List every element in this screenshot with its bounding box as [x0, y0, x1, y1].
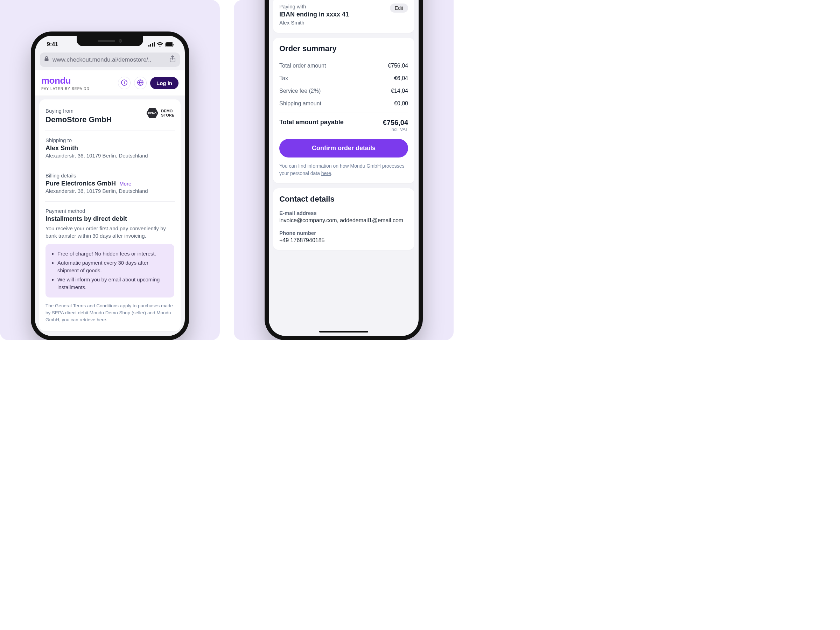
status-icons: [148, 43, 174, 47]
cellular-icon: [148, 43, 155, 47]
contact-details-card: Contact details E-mail address invoice@c…: [273, 188, 414, 250]
merchant-badge: DEMO DEMO STORE: [146, 108, 174, 118]
svg-point-10: [124, 81, 125, 82]
payment-terms: The General Terms and Conditions apply t…: [46, 302, 174, 324]
payment-desc: You receive your order first and pay con…: [46, 225, 174, 240]
svg-rect-5: [166, 43, 172, 46]
payment-title: Installments by direct debit: [46, 215, 174, 223]
svg-rect-2: [152, 43, 153, 47]
order-total: Total amount payable €756,04 incl. VAT: [279, 114, 408, 132]
svg-rect-7: [45, 58, 49, 62]
lock-icon: [44, 56, 49, 63]
wifi-icon: [157, 43, 163, 47]
battery-icon: [165, 43, 174, 47]
info-button[interactable]: [118, 77, 131, 89]
order-line-label: Tax: [279, 75, 288, 82]
shipping-label: Shipping to: [46, 137, 174, 143]
payment-label: Payment method: [46, 208, 174, 214]
privacy-policy-text: You can find information on how Mondu Gm…: [279, 163, 408, 177]
order-summary-title: Order summary: [279, 44, 408, 53]
merchant-badge-icon: DEMO: [146, 108, 158, 118]
share-icon[interactable]: [169, 55, 176, 64]
payment-bullet: We will inform you by email about upcomi…: [57, 276, 169, 292]
billing-more-link[interactable]: More: [119, 181, 131, 186]
shipping-section: Shipping to Alex Smith Alexanderstr. 36,…: [45, 131, 175, 166]
order-line-value: €14,04: [391, 88, 408, 94]
brand-logo: mondu: [41, 75, 90, 86]
order-line: Tax €6,04: [279, 72, 408, 85]
order-total-label: Total amount payable: [279, 118, 344, 126]
order-line-label: Total order amount: [279, 63, 326, 69]
billing-label: Billing details: [46, 172, 174, 178]
contact-email-label: E-mail address: [279, 210, 408, 216]
order-line-value: €0,00: [394, 101, 408, 107]
svg-rect-1: [150, 44, 151, 47]
checkout-card: Buying from DemoStore GmbH DEMO DEMO STO…: [39, 99, 181, 331]
merchant-name: DemoStore GmbH: [46, 115, 112, 124]
contact-phone-value: +49 17687940185: [279, 237, 408, 243]
merchant-badge-line1: DEMO: [161, 109, 174, 113]
language-button[interactable]: [134, 77, 147, 89]
order-line: Total order amount €756,04: [279, 60, 408, 72]
payment-section: Payment method Installments by direct de…: [45, 201, 175, 330]
info-icon: [121, 79, 127, 87]
login-button[interactable]: Log in: [150, 77, 178, 89]
browser-url: www.checkout.mondu.ai/demostore/..: [52, 56, 166, 63]
contact-email-value: invoice@company.com, addedemail1@email.c…: [279, 217, 408, 224]
phone-screen-left: 9:41 www.checkout.mondu.a: [35, 36, 185, 336]
order-total-value: €756,04: [383, 118, 408, 127]
payment-infobox: Free of charge! No hidden fees or intere…: [46, 244, 174, 297]
edit-payment-button[interactable]: Edit: [390, 3, 408, 13]
billing-company: Pure Electronics GmbH: [46, 180, 116, 187]
payment-bullet: Free of charge! No hidden fees or intere…: [57, 250, 169, 258]
paying-with-label: Paying with: [279, 3, 349, 9]
order-summary-card: Order summary Total order amount €756,04…: [273, 38, 414, 183]
order-line-label: Service fee (2%): [279, 88, 321, 94]
contact-phone-label: Phone number: [279, 230, 408, 236]
phone-screen-right: Paying with IBAN ending in xxxx 41 Alex …: [269, 0, 418, 336]
merchant-badge-line2: STORE: [161, 113, 174, 117]
left-panel: 9:41 www.checkout.mondu.a: [0, 0, 220, 340]
shipping-name: Alex Smith: [46, 145, 174, 152]
phone-frame-left: 9:41 www.checkout.mondu.a: [31, 32, 189, 340]
order-line: Service fee (2%) €14,04: [279, 85, 408, 97]
paying-iban: IBAN ending in xxxx 41: [279, 11, 349, 18]
order-total-sub: incl. VAT: [383, 127, 408, 132]
buying-from-label: Buying from: [46, 108, 112, 114]
billing-section: Billing details Pure Electronics GmbH Mo…: [45, 166, 175, 201]
browser-url-bar[interactable]: www.checkout.mondu.ai/demostore/..: [40, 52, 180, 67]
paying-with-card: Paying with IBAN ending in xxxx 41 Alex …: [273, 0, 414, 33]
brand: mondu PAY LATER BY SEPA DD: [41, 75, 90, 91]
phone-notch: [77, 36, 143, 46]
privacy-policy-link[interactable]: here: [321, 171, 331, 176]
paying-holder: Alex Smith: [279, 19, 349, 27]
order-line-value: €756,04: [388, 63, 408, 69]
payment-bullet: Automatic payment every 30 days after sh…: [57, 259, 169, 275]
buying-from-section: Buying from DemoStore GmbH DEMO DEMO STO…: [45, 106, 175, 131]
svg-rect-6: [174, 44, 174, 46]
checkout-content: Buying from DemoStore GmbH DEMO DEMO STO…: [35, 96, 185, 335]
phone-frame-right: Paying with IBAN ending in xxxx 41 Alex …: [265, 0, 423, 340]
right-panel: Paying with IBAN ending in xxxx 41 Alex …: [234, 0, 453, 340]
order-line-value: €6,04: [394, 75, 408, 82]
svg-rect-0: [148, 45, 150, 47]
confirm-order-button[interactable]: Confirm order details: [279, 139, 408, 158]
contact-title: Contact details: [279, 194, 408, 204]
svg-rect-3: [154, 43, 155, 47]
shipping-address: Alexanderstr. 36, 10179 Berlin, Deutschl…: [46, 152, 174, 159]
order-line-label: Shipping amount: [279, 101, 321, 107]
home-indicator: [319, 331, 368, 333]
brand-tagline: PAY LATER BY SEPA DD: [41, 87, 90, 91]
globe-icon: [137, 79, 144, 87]
status-time: 9:41: [47, 41, 58, 47]
app-header: mondu PAY LATER BY SEPA DD Log in: [35, 70, 185, 96]
svg-rect-11: [124, 82, 125, 84]
order-line: Shipping amount €0,00: [279, 97, 408, 110]
billing-address: Alexanderstr. 36, 10179 Berlin, Deutschl…: [46, 187, 174, 195]
